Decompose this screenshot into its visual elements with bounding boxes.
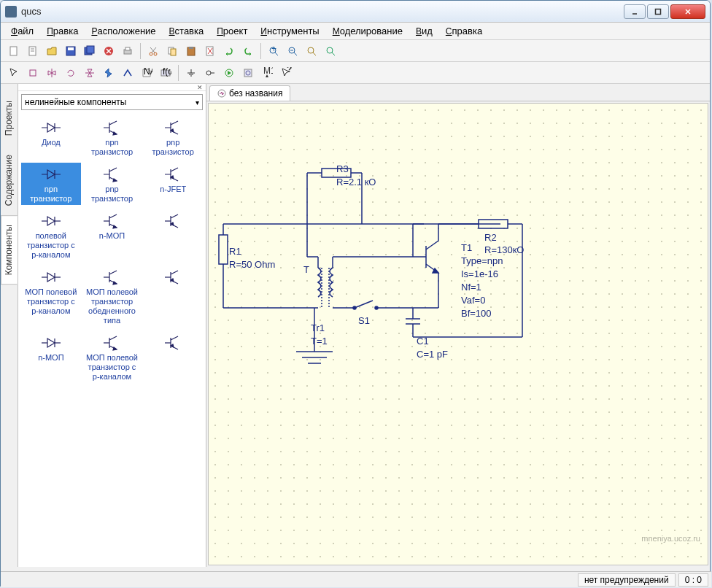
svg-text:M1: M1 — [263, 67, 273, 76]
component-icon — [144, 211, 201, 231]
schematic-drawing — [209, 104, 697, 541]
palette-item-label: МОП полевой транзистор с p-каналом — [84, 353, 141, 382]
component-icon — [23, 267, 80, 287]
doc-icon — [217, 89, 226, 98]
palette-item-1[interactable]: npn транзистор — [82, 116, 142, 158]
simulate-icon[interactable] — [220, 64, 238, 82]
select-icon[interactable] — [5, 64, 23, 82]
palette-item-12[interactable]: n-МОП — [21, 331, 81, 383]
app-window: qucs Файл Правка Расположение Вставка Пр… — [0, 0, 711, 587]
menu-project[interactable]: Проект — [211, 24, 253, 38]
menu-insert[interactable]: Вставка — [163, 24, 210, 38]
t1-p1: Type=npn — [461, 255, 503, 266]
app-icon — [5, 6, 17, 18]
menu-tools[interactable]: Инструменты — [255, 24, 325, 38]
palette-item-6[interactable]: полевой транзистор с p-каналом — [21, 209, 81, 261]
zoom-1-icon[interactable] — [322, 42, 339, 60]
palette-item-7[interactable]: n-МОП — [82, 209, 142, 261]
save-all-icon[interactable] — [81, 42, 98, 60]
print-icon[interactable] — [119, 42, 136, 60]
palette-item-label: n-МОП — [84, 231, 141, 241]
palette-item-9[interactable]: МОП полевой транзистор с p-каналом — [21, 266, 81, 327]
palette-item-10[interactable]: МОП полевой транзистор обедненного типа — [82, 266, 142, 327]
marker-icon[interactable]: M1 — [258, 64, 276, 82]
activate-icon[interactable] — [100, 64, 117, 82]
menubar: Файл Правка Расположение Вставка Проект … — [1, 23, 710, 40]
label-icon[interactable]: NAME — [138, 64, 155, 82]
palette-item-label: полевой транзистор с p-каналом — [23, 231, 80, 260]
category-combo[interactable]: нелинейные компоненты ▾ — [21, 94, 203, 110]
port-icon[interactable] — [201, 64, 219, 82]
open-icon[interactable] — [43, 42, 61, 60]
component-icon — [23, 117, 80, 138]
zoom-fit-icon[interactable] — [303, 42, 320, 60]
delete-icon[interactable] — [201, 42, 219, 60]
workspace: Проекты Содержание Компоненты ✕ нелинейн… — [1, 84, 710, 567]
tr1-val: T=1 — [311, 336, 328, 347]
paste-icon[interactable] — [182, 42, 200, 60]
undo-icon[interactable] — [220, 42, 238, 60]
t-label: T — [303, 264, 309, 275]
palette-item-14[interactable] — [143, 331, 203, 383]
svg-point-28 — [327, 47, 333, 53]
component-icon — [144, 333, 201, 353]
palette-item-0[interactable]: Диод — [21, 116, 81, 158]
svg-line-121 — [355, 301, 373, 308]
doc-tabs: без названия — [206, 84, 710, 101]
palette-item-3[interactable]: npn транзистор — [21, 163, 81, 205]
component-icon — [84, 333, 141, 353]
palette-item-2[interactable]: pnp транзистор — [143, 116, 203, 158]
rotate-icon[interactable] — [62, 64, 80, 82]
wire-icon[interactable] — [119, 64, 136, 82]
ground-icon[interactable] — [182, 64, 200, 82]
panel-close-icon[interactable]: ✕ — [18, 84, 206, 91]
copy-icon[interactable] — [163, 42, 181, 60]
palette-item-13[interactable]: МОП полевой транзистор с p-каналом — [82, 331, 142, 383]
zoom-in-icon[interactable]: + — [265, 42, 282, 60]
svg-text:NAME: NAME — [144, 67, 152, 77]
canvas-area: без названия — [206, 84, 710, 567]
save-icon[interactable] — [62, 42, 80, 60]
svg-line-134 — [426, 241, 438, 249]
mirror-v-icon[interactable] — [81, 64, 98, 82]
palette-item-8[interactable] — [143, 209, 203, 261]
svg-line-72 — [109, 214, 117, 218]
minimize-button[interactable] — [624, 4, 646, 19]
palette-item-11[interactable] — [143, 266, 203, 327]
zoom-out-icon[interactable] — [284, 42, 301, 60]
data-display-icon[interactable] — [239, 64, 257, 82]
menu-file[interactable]: Файл — [5, 24, 39, 38]
tab-projects[interactable]: Проекты — [1, 91, 18, 145]
palette-item-5[interactable]: n-JFET — [143, 163, 203, 205]
doc-tab-untitled[interactable]: без названия — [209, 85, 290, 101]
equation-icon[interactable]: f(ω) — [157, 64, 174, 82]
tab-components[interactable]: Компоненты — [1, 215, 18, 285]
palette-item-label: МОП полевой транзистор с p-каналом — [23, 287, 80, 316]
tab-contents[interactable]: Содержание — [1, 145, 18, 215]
t1-p4: Vaf=0 — [461, 295, 485, 306]
maximize-button[interactable] — [647, 4, 669, 19]
mirror-h-icon[interactable] — [43, 64, 61, 82]
new-text-icon[interactable] — [24, 42, 42, 60]
cut-icon[interactable] — [144, 42, 162, 60]
menu-position[interactable]: Расположение — [85, 24, 161, 38]
close-button[interactable] — [670, 4, 705, 19]
redo-icon[interactable] — [239, 42, 257, 60]
close-file-icon[interactable] — [100, 42, 117, 60]
palette-item-4[interactable]: pnp транзистор — [82, 163, 142, 205]
toolbar-2: NAME f(ω) M1 ? — [1, 62, 710, 84]
svg-text:+: + — [271, 45, 276, 54]
svg-rect-7 — [68, 47, 74, 50]
help-icon[interactable]: ? — [277, 64, 295, 82]
menu-simulate[interactable]: Моделирование — [327, 24, 409, 38]
svg-rect-1 — [656, 9, 661, 14]
menu-help[interactable]: Справка — [440, 24, 488, 38]
schematic-canvas[interactable]: R3 R=2.1 кО R1 R=50 Ohm R2 R=130кО T Tr1… — [208, 103, 708, 565]
window-title: qucs — [21, 6, 624, 17]
menu-view[interactable]: Вид — [410, 24, 438, 38]
menu-edit[interactable]: Правка — [41, 24, 84, 38]
r2-val: R=130кО — [484, 244, 524, 255]
statusbar: нет предупреждений 0 : 0 — [1, 571, 711, 587]
new-file-icon[interactable] — [5, 42, 23, 60]
component-icon[interactable] — [24, 64, 42, 82]
